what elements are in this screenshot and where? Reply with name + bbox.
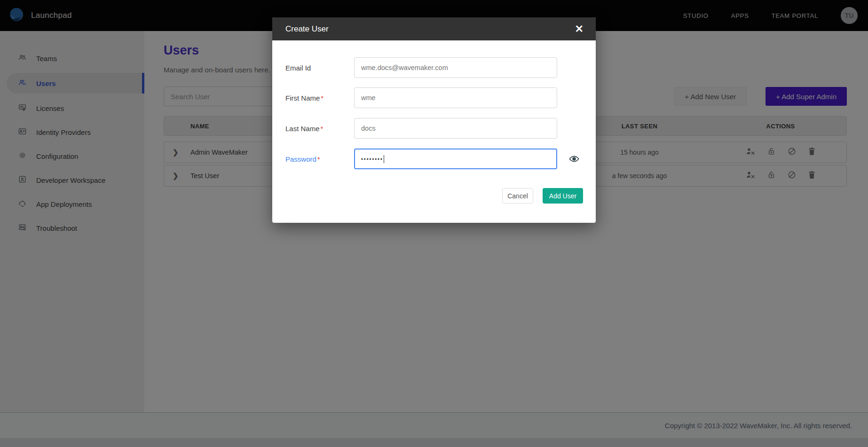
first-name-label: First Name* — [285, 94, 324, 102]
required-asterisk: * — [317, 155, 320, 163]
password-label: Password* — [285, 155, 320, 163]
modal-title: Create User — [285, 24, 329, 34]
add-user-button[interactable]: Add User — [543, 188, 583, 204]
close-icon[interactable]: ✕ — [575, 24, 584, 34]
last-name-label: Last Name* — [285, 125, 323, 133]
required-asterisk: * — [321, 125, 324, 133]
password-field[interactable]: •••••••• — [354, 149, 557, 169]
email-field[interactable] — [354, 57, 557, 78]
cancel-button[interactable]: Cancel — [502, 188, 533, 204]
show-password-eye-icon[interactable] — [568, 153, 580, 166]
required-asterisk: * — [321, 94, 324, 102]
last-name-field[interactable] — [354, 118, 557, 139]
text-cursor — [384, 155, 385, 163]
modal-header: Create User ✕ — [272, 17, 596, 40]
launchpad-app: Launchpad STUDIO APPS TEAM PORTAL TU Tea… — [0, 0, 868, 447]
first-name-field[interactable] — [354, 87, 557, 108]
last-name-row: Last Name* — [272, 118, 596, 139]
password-row: Password* •••••••• — [272, 149, 596, 169]
email-row: Email Id — [272, 57, 596, 78]
email-label: Email Id — [285, 64, 311, 72]
modal-actions: Cancel Add User — [502, 188, 583, 204]
masked-password-value: •••••••• — [361, 156, 383, 162]
first-name-row: First Name* — [272, 87, 596, 108]
create-user-modal: Create User ✕ Email Id First Name* Last … — [272, 17, 596, 223]
